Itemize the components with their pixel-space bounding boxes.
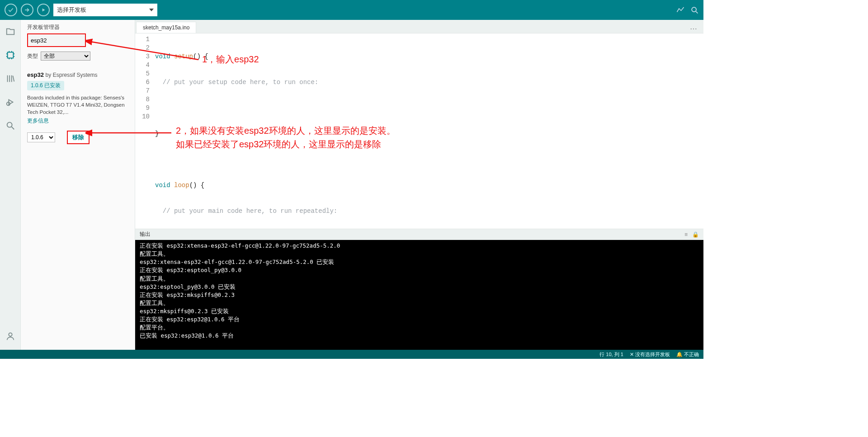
package-card: esp32 by Espressif Systems 1.0.6 已安装 Boa…	[27, 71, 128, 144]
installed-badge: 1.0.6 已安装	[27, 81, 64, 90]
notification-status[interactable]: 🔔 不正确	[676, 351, 699, 358]
package-actions: 1.0.6 移除	[27, 131, 128, 144]
account-icon[interactable]	[4, 330, 17, 343]
version-select[interactable]: 1.0.6	[27, 132, 55, 142]
package-title: esp32 by Espressif Systems	[27, 71, 128, 78]
board-selector[interactable]: 选择开发板	[53, 4, 157, 16]
serial-plotter-icon[interactable]	[676, 6, 684, 14]
debug-icon[interactable]	[4, 96, 17, 108]
search-input[interactable]	[27, 33, 86, 47]
output-lock-icon[interactable]: 🔒	[692, 231, 699, 238]
editor-area: sketch_may15a.ino ⋯ 12345678910 void set…	[135, 20, 703, 350]
svg-line-3	[696, 11, 698, 13]
boards-manager-panel: 开发板管理器 类型 全部 esp32 by Espressif Systems …	[21, 20, 135, 350]
line-gutter: 12345678910	[135, 35, 155, 229]
serial-monitor-icon[interactable]	[690, 5, 699, 14]
chevron-down-icon	[149, 9, 154, 11]
panel-title: 开发板管理器	[27, 23, 128, 32]
type-label: 类型	[27, 52, 38, 60]
status-bar: 行 10, 列 1 ✕ 没有选择开发板 🔔 不正确	[0, 350, 703, 359]
svg-line-20	[11, 127, 14, 130]
svg-point-19	[7, 122, 12, 127]
output-panel: 输出 ≡ 🔒 正在安装 esp32:xtensa-esp32-elf-gcc@1…	[135, 229, 703, 350]
board-selector-label: 选择开发板	[57, 6, 86, 14]
toolbar-right-group	[676, 5, 699, 14]
more-info-link[interactable]: 更多信息	[27, 117, 49, 124]
boards-manager-icon[interactable]	[4, 49, 17, 61]
output-menu-icon[interactable]: ≡	[684, 231, 688, 238]
code-editor[interactable]: 12345678910 void setup() { // put your s…	[135, 33, 703, 229]
type-select[interactable]: 全部	[41, 52, 90, 61]
tab-overflow-icon[interactable]: ⋯	[684, 24, 703, 33]
svg-point-21	[9, 333, 12, 336]
search-icon[interactable]	[4, 119, 17, 132]
output-header-actions: ≡ 🔒	[684, 231, 699, 238]
tab-bar: sketch_may15a.ino ⋯	[135, 20, 703, 33]
package-description: Boards included in this package: Senses'…	[27, 94, 128, 116]
svg-marker-1	[42, 9, 45, 12]
verify-button[interactable]	[5, 4, 17, 16]
cursor-position: 行 10, 列 1	[599, 351, 623, 358]
library-manager-icon[interactable]	[4, 72, 17, 85]
main-area: 开发板管理器 类型 全部 esp32 by Espressif Systems …	[0, 20, 703, 350]
output-title: 输出	[140, 230, 151, 238]
tab-sketch[interactable]: sketch_may15a.ino	[136, 22, 196, 33]
debug-button[interactable]	[37, 4, 50, 16]
output-header: 输出 ≡ 🔒	[135, 229, 703, 240]
top-toolbar: 选择开发板	[0, 0, 703, 20]
svg-line-16	[13, 76, 14, 82]
activity-bar	[0, 20, 21, 350]
sketchbook-icon[interactable]	[4, 25, 17, 38]
code-body[interactable]: void setup() { // put your setup code he…	[155, 35, 703, 229]
output-body[interactable]: 正在安装 esp32:xtensa-esp32-elf-gcc@1.22.0-9…	[135, 240, 703, 350]
svg-point-2	[692, 7, 696, 12]
upload-button[interactable]	[21, 4, 33, 16]
remove-button[interactable]: 移除	[67, 131, 90, 144]
svg-rect-4	[7, 52, 13, 58]
type-filter-row: 类型 全部	[27, 52, 128, 61]
no-board-status[interactable]: ✕ 没有选择开发板	[630, 351, 670, 358]
